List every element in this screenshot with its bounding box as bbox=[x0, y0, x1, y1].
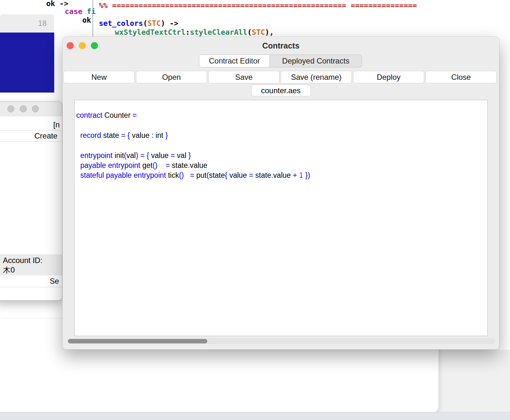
toolbar: New Open Save Save (rename) Deploy Close bbox=[63, 71, 497, 83]
save-rename-button[interactable]: Save (rename) bbox=[281, 71, 352, 83]
background-code-comment: %% =====================================… bbox=[99, 1, 417, 10]
desktop: ok -> case fi ok 18 %% =================… bbox=[0, 0, 510, 420]
code-line: stateful payable entrypoint tick() = put… bbox=[76, 170, 484, 180]
tab-contract-editor[interactable]: Contract Editor bbox=[199, 55, 270, 67]
line-number: 18 bbox=[38, 19, 47, 27]
zoom-button[interactable] bbox=[91, 42, 98, 49]
account-id-label: Account ID: bbox=[3, 256, 62, 265]
window-title: Contracts bbox=[63, 37, 499, 55]
background-panel bbox=[436, 350, 510, 412]
minimize-button[interactable] bbox=[20, 105, 27, 112]
code-line: payable entrypoint get() = state.value bbox=[76, 161, 484, 170]
line-number-panel: 18 bbox=[0, 14, 54, 33]
account-id-value: 木0 bbox=[3, 265, 62, 275]
code-line: entrypoint init(val) = { value = val } bbox=[76, 151, 484, 161]
code-line bbox=[76, 120, 484, 130]
contracts-window: Contracts Contract Editor Deployed Contr… bbox=[63, 37, 499, 349]
accounts-window: [n Create Account ID: 木0 Se bbox=[0, 101, 63, 301]
scrollbar-thumb[interactable] bbox=[68, 339, 207, 343]
background-code-line: case fi bbox=[65, 7, 96, 16]
pane-divider bbox=[92, 0, 93, 41]
create-button[interactable]: Create bbox=[0, 130, 62, 142]
code-line: contract Counter = bbox=[76, 110, 484, 120]
code-line bbox=[76, 140, 484, 150]
horizontal-scrollbar[interactable] bbox=[67, 338, 495, 344]
code-editor[interactable]: contract Counter = record state = { valu… bbox=[74, 100, 488, 336]
close-button[interactable] bbox=[7, 105, 14, 112]
partial-label: [n bbox=[0, 120, 62, 131]
background-code-line: ok bbox=[82, 16, 91, 24]
tab-deployed-contracts[interactable]: Deployed Contracts bbox=[270, 55, 362, 67]
background-code-line: set_colors(STC) -> bbox=[99, 19, 178, 27]
open-button[interactable]: Open bbox=[136, 71, 207, 83]
send-button[interactable]: Se bbox=[0, 275, 62, 287]
close-button[interactable] bbox=[67, 42, 74, 49]
zoom-button[interactable] bbox=[32, 105, 39, 112]
file-tab-counter-aes[interactable]: counter.aes bbox=[251, 85, 311, 96]
code-content: contract Counter = record state = { valu… bbox=[75, 100, 487, 181]
code-line: record state = { value : int } bbox=[76, 131, 484, 140]
save-button[interactable]: Save bbox=[208, 71, 279, 83]
account-id-panel: Account ID: 木0 bbox=[0, 255, 62, 275]
background-strip bbox=[0, 412, 510, 420]
close-button[interactable]: Close bbox=[425, 71, 497, 83]
tab-bar: Contract Editor Deployed Contracts bbox=[199, 55, 362, 67]
background-code-line: ok -> bbox=[46, 0, 68, 8]
minimize-button[interactable] bbox=[79, 42, 86, 49]
window-titlebar[interactable]: Contracts bbox=[63, 37, 499, 54]
new-button[interactable]: New bbox=[63, 71, 135, 83]
navy-panel bbox=[0, 33, 54, 93]
background-code-line: wxStyledTextCtrl:styleClearAll(STC), bbox=[115, 28, 274, 36]
deploy-button[interactable]: Deploy bbox=[353, 71, 424, 83]
accounts-titlebar[interactable] bbox=[0, 102, 62, 116]
